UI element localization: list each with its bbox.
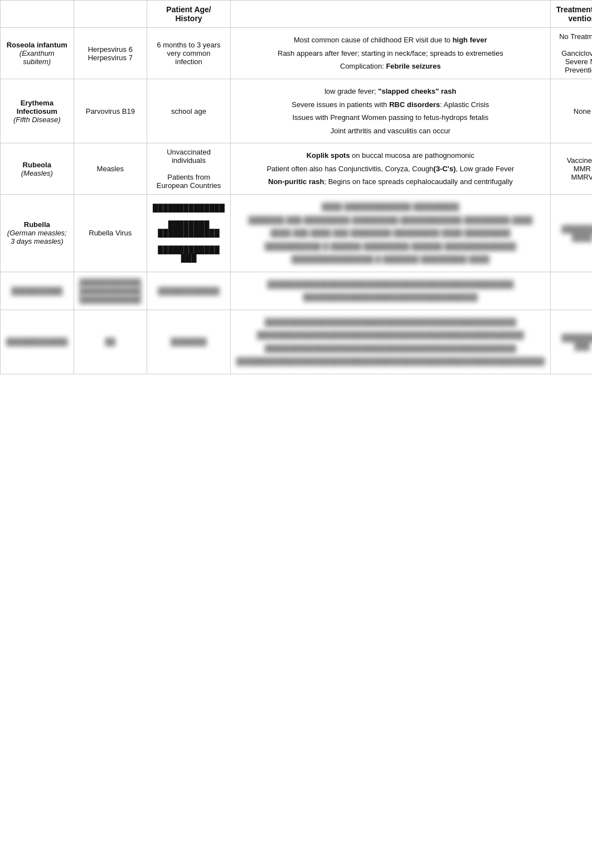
concepts-cell: ████████████████████████████████████████…	[231, 272, 551, 310]
table-row: ████████████████████████████████████████…	[1, 272, 593, 310]
treatment-cell: Vaccines:MMRMMRV	[550, 143, 592, 195]
age-cell: school age	[147, 79, 231, 143]
concepts-cell: ████████████████████████████████████████…	[231, 310, 551, 374]
header-age: Patient Age/History	[147, 1, 231, 28]
age-cell: ████████████████████████████████████████…	[147, 195, 231, 272]
disease-cell: ████████████	[1, 310, 74, 374]
agent-cell: Herpesvirus 6Herpesvirus 7	[74, 28, 147, 79]
table-row: Rubella(German measles;3 days measles)Ru…	[1, 195, 593, 272]
treatment-cell	[550, 272, 592, 310]
treatment-cell: ███████████	[550, 310, 592, 374]
table-row: Erythema Infectiosum(Fifth Disease)Parvo…	[1, 79, 593, 143]
agent-cell: ████████████████████████████████████	[74, 272, 147, 310]
header-treatment: Treatment/Prevention	[550, 1, 592, 28]
age-cell: ████████████	[147, 272, 231, 310]
treatment-cell: None	[550, 79, 592, 143]
agent-cell: Rubella Virus	[74, 195, 147, 272]
treatment-cell: No Treatment;Ganciclovir ifSevere NoPrev…	[550, 28, 592, 79]
table-row: Rubeola(Measles)MeaslesUnvaccinated indi…	[1, 143, 593, 195]
disease-cell: Rubella(German measles;3 days measles)	[1, 195, 74, 272]
disease-cell: Roseola infantum(Exanthum subitem)	[1, 28, 74, 79]
concepts-cell: Most common cause of childhood ER visit …	[231, 28, 551, 79]
disease-cell: Erythema Infectiosum(Fifth Disease)	[1, 79, 74, 143]
disease-cell: ██████████	[1, 272, 74, 310]
table-row: ████████████████████████████████████████…	[1, 310, 593, 374]
concepts-cell: low grade fever; "slapped cheeks" rashSe…	[231, 79, 551, 143]
concepts-cell: ████ █████████████ ████████████████ ███ …	[231, 195, 551, 272]
age-cell: ███████	[147, 310, 231, 374]
table-row: Roseola infantum(Exanthum subitem)Herpes…	[1, 28, 593, 79]
header-disease	[1, 1, 74, 28]
agent-cell: Measles	[74, 143, 147, 195]
treatment-cell: ████████████	[550, 195, 592, 272]
main-table: Patient Age/History Treatment/Prevention…	[0, 0, 592, 374]
header-agent	[74, 1, 147, 28]
header-concepts	[231, 1, 551, 28]
concepts-cell: Koplik spots on buccal mucosa are pathog…	[231, 143, 551, 195]
age-cell: 6 months to 3 yearsvery common infection	[147, 28, 231, 79]
agent-cell: Parvovirus B19	[74, 79, 147, 143]
disease-cell: Rubeola(Measles)	[1, 143, 74, 195]
agent-cell: ██	[74, 310, 147, 374]
age-cell: Unvaccinated individualsPatients from Eu…	[147, 143, 231, 195]
